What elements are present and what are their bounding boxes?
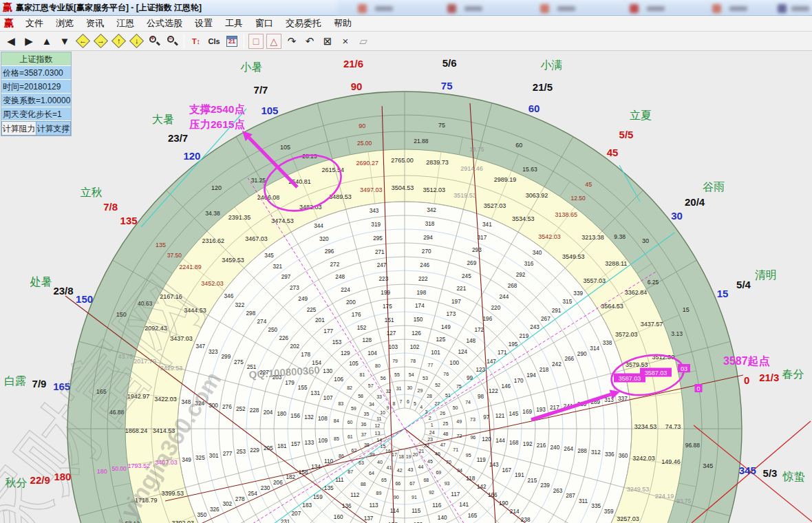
coefficient-field[interactable]: 变换系数=1.00000: [1, 94, 71, 107]
svg-text:6: 6: [407, 399, 409, 404]
svg-text:3512.03: 3512.03: [423, 186, 445, 193]
svg-text:57: 57: [368, 383, 374, 388]
svg-text:45: 45: [427, 459, 433, 464]
svg-text:30: 30: [407, 385, 412, 390]
calc-resistance-button[interactable]: 计算阻力: [1, 121, 36, 136]
svg-text:10: 10: [380, 410, 385, 415]
svg-text:137: 137: [364, 515, 374, 522]
cls-icon: Cls: [208, 37, 220, 45]
svg-text:2914.46: 2914.46: [460, 165, 483, 172]
svg-text:246: 246: [420, 262, 429, 268]
nav-up-button[interactable]: ▲: [39, 33, 55, 50]
price-field[interactable]: 价格=3587.0300: [1, 66, 71, 80]
svg-text:196: 196: [483, 316, 493, 322]
svg-text:63: 63: [359, 460, 364, 465]
time-field[interactable]: 时间=20180129: [1, 80, 71, 94]
draw-rect-button[interactable]: □: [248, 33, 264, 50]
svg-text:158: 158: [299, 469, 308, 476]
svg-text:32: 32: [386, 389, 392, 394]
svg-text:2391.35: 2391.35: [228, 214, 251, 221]
svg-text:135: 135: [120, 215, 138, 226]
svg-text:3549.53: 3549.53: [562, 253, 585, 260]
zoom-out-button[interactable]: −: [164, 33, 180, 50]
menu-item-10[interactable]: 帮助: [328, 16, 358, 31]
svg-text:175: 175: [383, 303, 392, 310]
svg-text:145: 145: [509, 411, 519, 417]
svg-text:3504.53: 3504.53: [392, 184, 414, 191]
svg-text:118: 118: [466, 476, 475, 482]
gann-wheel-graphics: 1234567891011121314151617181920212223242…: [0, 57, 812, 523]
zoom-in-button[interactable]: +: [146, 33, 162, 50]
svg-text:316: 316: [524, 261, 534, 267]
svg-text:194: 194: [526, 372, 536, 378]
menu-item-1[interactable]: 文件: [19, 16, 50, 31]
svg-text:336: 336: [605, 451, 615, 458]
scale-center-button[interactable]: ×: [337, 33, 354, 50]
draw-triangle-button[interactable]: △: [266, 33, 282, 50]
svg-text:126: 126: [412, 330, 421, 337]
svg-text:112: 112: [350, 492, 359, 498]
menu-item-6[interactable]: 设置: [189, 16, 219, 31]
delete-box-button[interactable]: ⊠: [319, 33, 336, 50]
svg-text:3452.03: 3452.03: [201, 280, 224, 287]
svg-text:326: 326: [210, 506, 220, 513]
svg-text:21: 21: [419, 449, 425, 453]
menu-item-3[interactable]: 资讯: [80, 16, 110, 31]
svg-text:13: 13: [375, 431, 381, 436]
pan-down-button[interactable]: ↓: [128, 33, 145, 50]
svg-text:39: 39: [370, 452, 375, 457]
svg-text:346: 346: [224, 293, 234, 299]
svg-text:21.88: 21.88: [414, 138, 429, 145]
calendar-icon: 21: [226, 36, 237, 47]
svg-text:69: 69: [436, 470, 441, 475]
menu-item-7[interactable]: 工具: [219, 16, 249, 31]
nav-left-icon: ◀: [7, 35, 15, 47]
pan-left-button[interactable]: ←: [74, 33, 91, 50]
nav-left-button[interactable]: ◀: [3, 33, 19, 50]
svg-text:3242.03: 3242.03: [632, 455, 655, 462]
step-field[interactable]: 周天变化步长=1: [1, 107, 71, 121]
menu-item-5[interactable]: 公式选股: [140, 16, 189, 31]
calc-support-button[interactable]: 计算支撑: [36, 121, 71, 136]
svg-text:173: 173: [447, 311, 456, 317]
svg-text:7/7: 7/7: [254, 84, 268, 96]
svg-text:7: 7: [399, 399, 402, 404]
svg-text:133: 133: [305, 440, 314, 446]
svg-text:3213.38: 3213.38: [581, 234, 604, 241]
svg-text:204: 204: [264, 409, 273, 416]
menu-item-9[interactable]: 交易委托: [279, 16, 328, 31]
svg-text:120: 120: [183, 150, 200, 162]
eraser-button[interactable]: ▱: [355, 33, 372, 50]
price-axis-button[interactable]: T↕: [188, 33, 204, 50]
rotate-ccw-icon: ↷: [288, 35, 297, 47]
pan-up-button[interactable]: ↑: [110, 33, 127, 50]
menu-item-8[interactable]: 窗口: [249, 16, 279, 31]
svg-text:120: 120: [211, 184, 222, 191]
svg-text:7/9: 7/9: [32, 378, 47, 389]
menu-item-4[interactable]: 江恩: [110, 16, 140, 31]
svg-text:36: 36: [361, 422, 367, 427]
svg-text:5/5: 5/5: [619, 129, 634, 140]
menu-item-2[interactable]: 浏览: [50, 16, 80, 31]
svg-text:91: 91: [412, 495, 417, 500]
svg-text:2839.73: 2839.73: [426, 159, 449, 166]
svg-text:45: 45: [607, 147, 619, 158]
nav-down-button[interactable]: ▼: [56, 33, 73, 50]
svg-text:5/3: 5/3: [763, 467, 778, 479]
svg-text:136: 136: [342, 503, 352, 509]
rotate-ccw-button[interactable]: ↷: [284, 33, 300, 50]
svg-text:117: 117: [451, 491, 460, 498]
svg-text:81: 81: [360, 372, 365, 377]
calendar-button[interactable]: 21: [224, 33, 240, 50]
svg-text:109: 109: [318, 438, 328, 444]
svg-text:2: 2: [429, 416, 431, 420]
pan-right-button[interactable]: →: [92, 33, 109, 50]
svg-text:谷雨: 谷雨: [703, 181, 725, 193]
rotate-cw-button[interactable]: ↶: [301, 33, 318, 50]
cls-button[interactable]: Cls: [206, 33, 222, 50]
svg-text:20/4: 20/4: [685, 196, 705, 208]
svg-text:342: 342: [427, 207, 436, 213]
nav-right-button[interactable]: ▶: [21, 33, 37, 50]
svg-text:23/7: 23/7: [168, 132, 188, 144]
svg-text:94: 94: [457, 468, 462, 473]
